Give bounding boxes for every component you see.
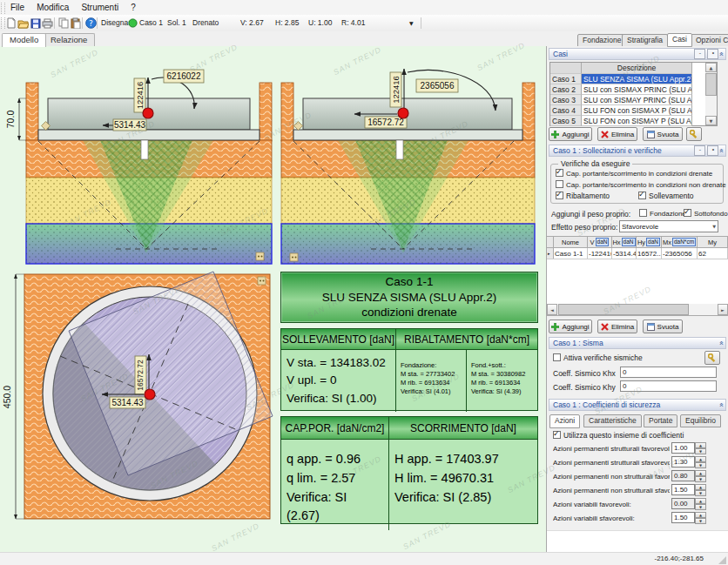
coefficienti-group-header[interactable]: Caso 1 : Coefficienti di sicurezza » xyxy=(549,399,726,411)
grid-svuota-button[interactable]: Svuota xyxy=(643,319,683,333)
khx-input[interactable]: 0 xyxy=(620,367,717,378)
foundation-baseplate xyxy=(293,130,522,140)
menu-strumenti[interactable]: Strumenti xyxy=(75,2,125,13)
tab-caratteristiche[interactable]: Caratteristiche xyxy=(583,414,642,427)
tab-fondazione[interactable]: Fondazione xyxy=(577,34,626,47)
tab-modello[interactable]: Modello xyxy=(2,33,46,47)
tab-azioni[interactable]: Azioni xyxy=(549,414,580,428)
new-file-icon[interactable] xyxy=(4,17,17,30)
sisma-group-header[interactable]: Caso 1 : Sisma » xyxy=(549,337,726,349)
table-row[interactable]: Caso 5 SLU FON con SISMAY P (SLU Appr.2) xyxy=(550,116,717,126)
grid-row[interactable]: ▸ Caso 1-1 -122416 -5314.43 16572... -23… xyxy=(547,248,728,259)
check-utilizza-coefficienti[interactable]: Utilizza questo insieme di coefficienti xyxy=(553,431,684,440)
coeff-spinner[interactable]: 0.00 xyxy=(671,498,695,509)
group-minus-button[interactable]: - xyxy=(694,145,705,156)
dim-450-label: 450.0 xyxy=(2,386,12,408)
tab-equilibrio[interactable]: Equilibrio xyxy=(680,414,721,427)
toolbar-drenato[interactable]: Drenato xyxy=(192,18,219,27)
spinner-buttons[interactable]: ▲▼ xyxy=(695,498,706,509)
help-icon[interactable]: ? xyxy=(84,17,98,30)
toolbar-sol[interactable]: Sol. 1 xyxy=(167,18,186,27)
collapse-icon[interactable]: » xyxy=(717,51,725,57)
casi-svuota-button[interactable]: Svuota xyxy=(643,127,683,141)
casi-group-header[interactable]: Casi -•» xyxy=(549,48,726,60)
toolbar-dropdown-icon[interactable]: ▼ xyxy=(409,20,414,26)
collapse-icon[interactable]: » xyxy=(717,340,725,346)
coeff-spinner[interactable]: 0.80 xyxy=(671,470,695,481)
table-row[interactable]: Caso 4 SLU FON con SISMAX P (SLU Appr.2) xyxy=(550,105,717,116)
moment-label: 6216022 xyxy=(167,71,201,81)
dim-70-label: 70.0 xyxy=(5,111,16,129)
check-sollevamento[interactable]: Sollevamento xyxy=(638,192,694,200)
load-point xyxy=(143,108,153,118)
spinner-buttons[interactable]: ▲▼ xyxy=(695,484,706,495)
horizontal-scrollbar[interactable]: ◄ ► xyxy=(547,304,728,315)
tab-portate[interactable]: Portate xyxy=(644,414,677,427)
open-file-icon[interactable] xyxy=(17,17,30,30)
casi-table[interactable]: Descrizione Caso 1 SLU SENZA SISMA (SLU … xyxy=(549,62,718,126)
coeff-spinner[interactable]: 1.50 xyxy=(671,512,695,523)
khy-input[interactable]: 0 xyxy=(620,380,717,392)
casi-elimina-button[interactable]: Elimina xyxy=(597,127,637,141)
tab-relazione[interactable]: Relazione xyxy=(43,33,95,46)
statusbar: -216.40;-281.65 xyxy=(0,552,728,565)
spinner-buttons[interactable]: ▲▼ xyxy=(695,512,706,523)
tab-opzioni-calcolo[interactable]: Opzioni Calcolo xyxy=(691,34,728,47)
collapse-icon[interactable]: » xyxy=(717,148,725,153)
coeff-spinner[interactable]: 1.00 xyxy=(671,442,695,454)
toolbar-caso[interactable]: Caso 1 xyxy=(139,18,163,27)
load-grid[interactable]: Nome VdaN HxdaN HydaN MxdaN*cm My ▸ Caso… xyxy=(547,236,728,316)
print-icon[interactable] xyxy=(41,17,54,30)
grid-aggiungi-button[interactable]: Aggiungi xyxy=(549,319,592,333)
sollevamento-header: SOLLEVAMENTO [daN] xyxy=(281,329,396,350)
plan-view: 450.0 16572.72 5314.43 xyxy=(0,268,277,529)
check-sottofondo[interactable]: Sottofondo xyxy=(684,209,728,218)
excavation-wall-left xyxy=(281,83,293,141)
spinner-buttons[interactable]: ▲▼ xyxy=(695,470,706,481)
grid-elimina-button[interactable]: Elimina xyxy=(597,319,637,333)
casi-aggiungi-button[interactable]: Aggiungi xyxy=(549,127,592,141)
node-marker xyxy=(294,122,303,131)
spinner-buttons[interactable]: ▲▼ xyxy=(695,442,706,454)
collapse-icon[interactable]: » xyxy=(717,402,725,407)
check-ribaltamento[interactable]: Ribaltamento xyxy=(556,192,610,200)
table-row[interactable]: Caso 2 SLU con SISMAX PRINC (SLU Appr... xyxy=(550,84,717,95)
menu-modifica[interactable]: Modifica xyxy=(30,2,75,13)
hy-label: 16572.72 xyxy=(136,360,145,391)
sollecitazioni-group-header[interactable]: Caso 1 : Sollecitazioni e verifiche -•» xyxy=(549,145,726,157)
peso-proprio-label: Aggiungi il peso proprio: xyxy=(551,210,630,219)
menu-file[interactable]: File xyxy=(4,2,30,13)
sollevamento-values: V sta. = 134183.02 V upl. = 0 Verifica: … xyxy=(281,350,396,412)
check-drenate[interactable]: Cap. portante/scorrimento in condizioni … xyxy=(556,169,712,178)
col-header-descrizione[interactable]: Descrizione xyxy=(582,63,692,74)
results-combination: SLU SENZA SISMA (SLU Appr.2) xyxy=(322,290,496,306)
disegna-label: Disegna: xyxy=(101,18,131,27)
sisma-tools-button[interactable] xyxy=(704,351,720,365)
casi-tools-button[interactable] xyxy=(686,127,702,141)
group-minus-button[interactable]: - xyxy=(694,49,705,59)
scorrimento-values: H app. = 17403.97 H lim. = 49670.31 Veri… xyxy=(389,440,537,530)
table-row[interactable]: Caso 1 SLU SENZA SISMA (SLU Appr.2) xyxy=(550,74,717,84)
load-point xyxy=(145,389,155,400)
effetto-peso-select[interactable]: Sfavorevole ▼ xyxy=(619,220,718,232)
menubar: File Modifica Strumenti ? xyxy=(0,0,728,16)
copy-icon[interactable] xyxy=(57,17,70,30)
check-fondazione[interactable]: Fondazione xyxy=(639,209,686,218)
save-icon[interactable] xyxy=(29,17,42,30)
coeff-spinner[interactable]: 1.30 xyxy=(671,456,695,467)
spinner-buttons[interactable]: ▲▼ xyxy=(695,456,706,467)
drawing-canvas[interactable]: 70.0 122416 6216022 5314 xyxy=(0,46,546,552)
tab-stratigrafia[interactable]: Stratigrafia xyxy=(622,34,668,47)
tab-casi[interactable]: Casi xyxy=(667,33,692,47)
vertical-scrollbar[interactable]: ▲ ▼ xyxy=(705,63,717,125)
verifiche-groupbox-label: Verifiche da eseguire xyxy=(558,159,632,168)
menu-help[interactable]: ? xyxy=(125,2,142,13)
resize-grip[interactable] xyxy=(718,556,726,564)
coeff-spinner[interactable]: 1.50 xyxy=(671,484,695,495)
table-row[interactable]: Caso 3 SLU con SISMAY PRINC (SLU Appr... xyxy=(550,95,717,105)
foundation-baseplate xyxy=(38,130,260,140)
check-attiva-sismiche[interactable]: Attiva verifiche sismiche xyxy=(553,353,643,362)
paste-icon[interactable] xyxy=(69,17,82,30)
check-non-drenate[interactable]: Cap. portante/scorrimento in condizioni … xyxy=(556,180,726,189)
coeff-label: Azioni variabili sfavorevoli: xyxy=(553,515,670,522)
